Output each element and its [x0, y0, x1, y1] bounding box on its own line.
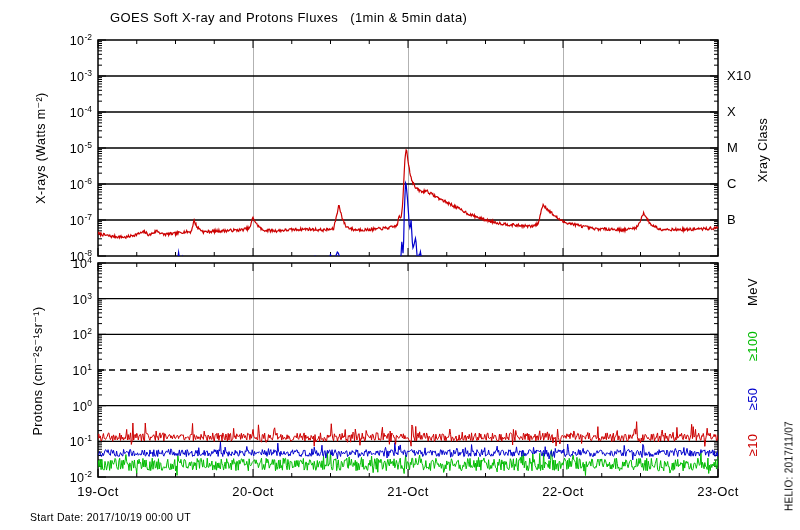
start-date-text: Start Date: 2017/10/19 00:00 UT: [30, 511, 191, 523]
date-tick-label: 20-Oct: [218, 484, 288, 499]
protons-ytick-label: 10-1: [30, 433, 92, 449]
xray-class-axis-title: Xray Class: [756, 118, 770, 182]
xray-ytick-label: 10-2: [30, 32, 92, 48]
xray-class-label: B: [727, 212, 736, 227]
xray-ytick-label: 10-6: [30, 176, 92, 192]
protons-ytick-label: 101: [30, 362, 92, 378]
date-tick-label: 19-Oct: [63, 484, 133, 499]
chart-title: GOES Soft X-ray and Protons Fluxes (1min…: [110, 10, 467, 25]
xray-ytick-label: 10-4: [30, 104, 92, 120]
date-tick-label: 22-Oct: [528, 484, 598, 499]
proton-energy-label: ≥10: [745, 433, 760, 456]
protons-ytick-label: 100: [30, 398, 92, 414]
helio-credit-text: HELIO: 2017/11/07: [784, 421, 795, 511]
xray-class-label: M: [727, 140, 738, 155]
protons-ytick-label: 104: [30, 255, 92, 271]
date-tick-label: 23-Oct: [683, 484, 753, 499]
xray-class-label: X10: [727, 68, 751, 83]
xray-ytick-label: 10-7: [30, 212, 92, 228]
proton-energy-label: MeV: [745, 278, 760, 306]
protons-ytick-label: 103: [30, 291, 92, 307]
protons-ytick-label: 10-2: [30, 469, 92, 485]
proton-energy-label: ≥100: [745, 331, 760, 361]
protons-ytick-label: 102: [30, 326, 92, 342]
xray-class-label: C: [727, 176, 737, 191]
goes-flux-figure: GOES Soft X-ray and Protons Fluxes (1min…: [0, 0, 800, 530]
proton-energy-label: ≥50: [745, 387, 760, 410]
chart-canvas: [0, 0, 800, 530]
date-tick-label: 21-Oct: [373, 484, 443, 499]
xray-ytick-label: 10-3: [30, 68, 92, 84]
xray-ytick-label: 10-5: [30, 140, 92, 156]
xray-class-label: X: [727, 104, 736, 119]
